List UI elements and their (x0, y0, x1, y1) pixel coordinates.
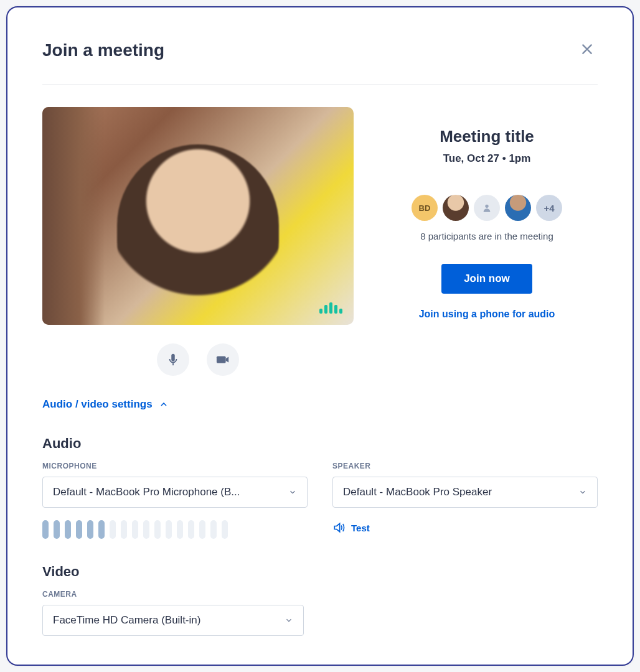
person-icon (482, 203, 492, 213)
speaker-value: Default - MacBook Pro Speaker (343, 486, 492, 498)
microphone-icon (166, 353, 180, 366)
close-icon (580, 42, 594, 56)
av-settings-label: Audio / video settings (42, 398, 153, 411)
av-settings-toggle[interactable]: Audio / video settings (42, 398, 169, 411)
level-bar (166, 520, 172, 539)
level-bar (177, 520, 183, 539)
preview-column (42, 107, 354, 376)
toggle-camera-button[interactable] (207, 343, 239, 376)
speaker-column: SPEAKER Default - MacBook Pro Speaker Te… (332, 462, 598, 539)
audio-activity-icon (319, 302, 342, 314)
preview-controls (42, 343, 354, 376)
speaker-icon (332, 521, 345, 534)
audio-section: Audio MICROPHONE Default - MacBook Pro M… (42, 436, 598, 539)
video-preview (42, 107, 354, 325)
test-speaker-label: Test (351, 523, 370, 533)
avatar-placeholder (474, 195, 500, 221)
level-bar (98, 520, 105, 539)
join-now-button[interactable]: Join now (441, 264, 532, 294)
toggle-microphone-button[interactable] (157, 343, 189, 376)
level-bar (199, 520, 205, 539)
avatar-initials: BD (412, 195, 438, 221)
modal-title: Join a meeting (42, 40, 164, 60)
close-button[interactable] (576, 39, 598, 62)
chevron-up-icon (159, 399, 169, 409)
level-bar (143, 520, 149, 539)
level-bar (87, 520, 93, 539)
chevron-down-icon (578, 488, 587, 497)
speaker-select[interactable]: Default - MacBook Pro Speaker (332, 477, 598, 508)
participant-avatars: BD +4 (412, 195, 562, 221)
chevron-down-icon (288, 488, 297, 497)
avatar-photo (505, 195, 531, 221)
level-bar (121, 520, 127, 539)
level-bar (222, 520, 228, 539)
microphone-column: MICROPHONE Default - MacBook Pro Microph… (42, 462, 308, 539)
svg-point-3 (485, 205, 488, 208)
meeting-title: Meeting title (440, 127, 534, 146)
meeting-time: Tue, Oct 27 • 1pm (443, 152, 531, 165)
microphone-level-meter (42, 520, 308, 539)
participant-count-text: 8 participants are in the meeting (420, 231, 553, 241)
modal-header: Join a meeting (42, 39, 598, 85)
video-camera-icon (216, 353, 230, 366)
level-bar (188, 520, 194, 539)
level-bar (210, 520, 217, 539)
avatar-more[interactable]: +4 (536, 195, 562, 221)
camera-label: CAMERA (42, 590, 598, 599)
audio-heading: Audio (42, 436, 598, 452)
camera-value: FaceTime HD Camera (Built-in) (53, 614, 200, 627)
level-bar (65, 520, 71, 539)
microphone-label: MICROPHONE (42, 462, 308, 470)
svg-rect-2 (172, 363, 174, 366)
speaker-label: SPEAKER (332, 462, 598, 470)
level-bar (76, 520, 82, 539)
join-meeting-modal: Join a meeting Meeting title Tue, (6, 6, 634, 666)
chevron-down-icon (285, 616, 293, 625)
level-bar (110, 520, 116, 539)
microphone-select[interactable]: Default - MacBook Pro Microphone (B... (42, 477, 308, 508)
join-by-phone-link[interactable]: Join using a phone for audio (419, 309, 555, 320)
video-heading: Video (42, 564, 598, 580)
microphone-value: Default - MacBook Pro Microphone (B... (53, 486, 240, 498)
top-area: Meeting title Tue, Oct 27 • 1pm BD +4 8 … (42, 107, 598, 376)
level-bar (154, 520, 161, 539)
level-bar (54, 520, 60, 539)
level-bar (132, 520, 138, 539)
meeting-info: Meeting title Tue, Oct 27 • 1pm BD +4 8 … (376, 107, 598, 376)
camera-select[interactable]: FaceTime HD Camera (Built-in) (42, 605, 304, 636)
test-speaker-button[interactable]: Test (332, 521, 370, 534)
video-section: Video CAMERA FaceTime HD Camera (Built-i… (42, 564, 598, 636)
level-bar (42, 520, 49, 539)
avatar-photo (443, 195, 469, 221)
